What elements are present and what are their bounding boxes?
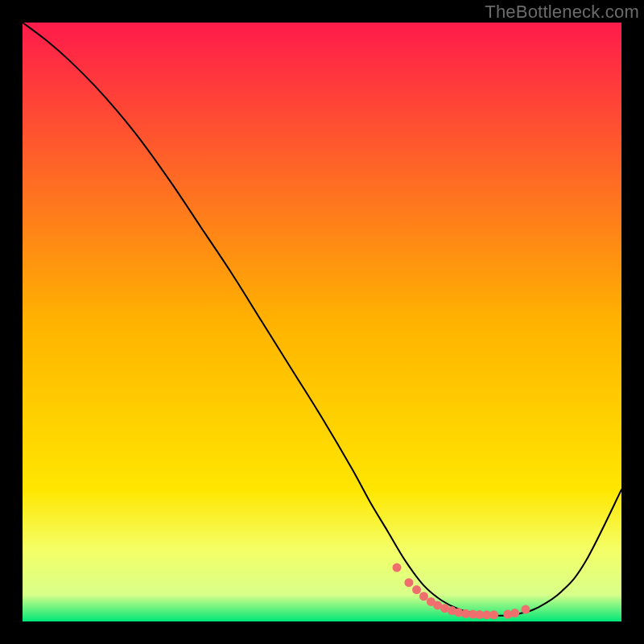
chart-frame: TheBottleneck.com bbox=[0, 0, 644, 644]
watermark-text: TheBottleneck.com bbox=[485, 2, 639, 23]
valley-dot bbox=[412, 585, 421, 594]
valley-dot bbox=[489, 610, 498, 619]
valley-dot bbox=[510, 609, 519, 617]
plot-area bbox=[23, 23, 621, 621]
valley-dot bbox=[404, 578, 413, 587]
valley-dot bbox=[393, 564, 402, 572]
valley-dot bbox=[419, 592, 428, 601]
gradient-background bbox=[23, 23, 621, 621]
chart-svg bbox=[23, 23, 621, 621]
valley-dot bbox=[521, 605, 530, 614]
